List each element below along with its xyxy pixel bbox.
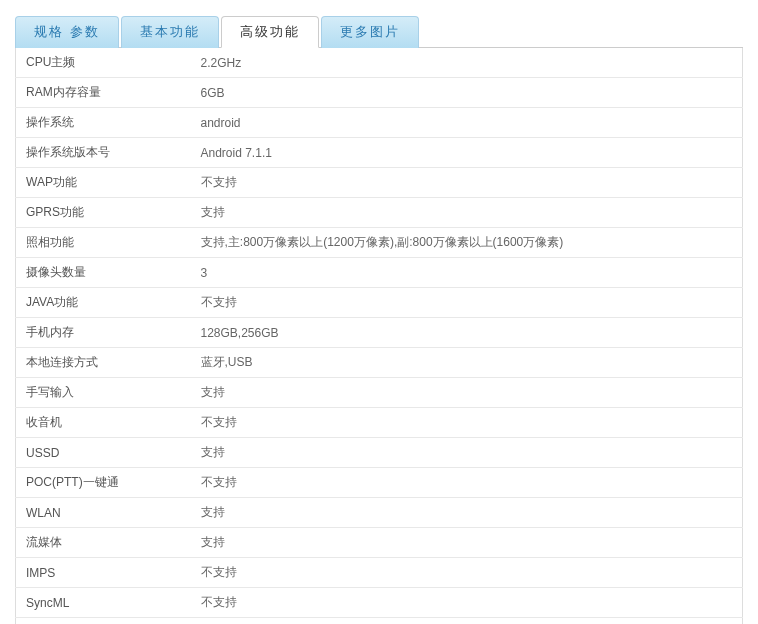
spec-label: 视频播放 [16,618,191,625]
tab-specifications[interactable]: 规格 参数 [15,16,119,48]
spec-label: SyncML [16,588,191,618]
table-row: WLAN支持 [16,498,743,528]
table-row: 手写输入支持 [16,378,743,408]
spec-value: 不支持 [191,408,743,438]
spec-value: 2.2GHz [191,48,743,78]
spec-label: 手写输入 [16,378,191,408]
spec-value: 不支持 [191,588,743,618]
table-row: POC(PTT)一键通不支持 [16,468,743,498]
spec-label: 照相功能 [16,228,191,258]
spec-label: 摄像头数量 [16,258,191,288]
table-row: 摄像头数量3 [16,258,743,288]
spec-label: WAP功能 [16,168,191,198]
spec-value: 不支持 [191,288,743,318]
spec-label: 操作系统 [16,108,191,138]
table-row: 流媒体支持 [16,528,743,558]
spec-value: 不支持 [191,168,743,198]
table-row: CPU主频2.2GHz [16,48,743,78]
spec-label: POC(PTT)一键通 [16,468,191,498]
table-row: JAVA功能不支持 [16,288,743,318]
spec-value: 6GB [191,78,743,108]
tab-more-images[interactable]: 更多图片 [321,16,419,48]
spec-value: 蓝牙,USB [191,348,743,378]
spec-value: 支持 [191,378,743,408]
spec-label: 手机内存 [16,318,191,348]
spec-value: 支持 [191,438,743,468]
table-row: 视频播放3GP,RM,MPEG-4,AVI [16,618,743,625]
spec-label: CPU主频 [16,48,191,78]
spec-value: 不支持 [191,558,743,588]
spec-value: 支持 [191,498,743,528]
spec-label: GPRS功能 [16,198,191,228]
spec-label: IMPS [16,558,191,588]
spec-value: 3 [191,258,743,288]
spec-value: 不支持 [191,468,743,498]
spec-value: android [191,108,743,138]
spec-value: 支持 [191,528,743,558]
spec-value: 支持,主:800万像素以上(1200万像素),副:800万像素以上(1600万像… [191,228,743,258]
spec-label: 操作系统版本号 [16,138,191,168]
table-row: GPRS功能支持 [16,198,743,228]
spec-label: WLAN [16,498,191,528]
table-row: 本地连接方式蓝牙,USB [16,348,743,378]
table-row: 收音机不支持 [16,408,743,438]
table-row: SyncML不支持 [16,588,743,618]
specifications-table: CPU主频2.2GHzRAM内存容量6GB操作系统android操作系统版本号A… [15,48,743,624]
spec-label: 流媒体 [16,528,191,558]
spec-label: JAVA功能 [16,288,191,318]
spec-value: 3GP,RM,MPEG-4,AVI [191,618,743,625]
table-row: 照相功能支持,主:800万像素以上(1200万像素),副:800万像素以上(16… [16,228,743,258]
spec-value: Android 7.1.1 [191,138,743,168]
tab-advanced-functions[interactable]: 高级功能 [221,16,319,48]
spec-value: 支持 [191,198,743,228]
table-row: RAM内存容量6GB [16,78,743,108]
table-row: 手机内存128GB,256GB [16,318,743,348]
spec-label: 本地连接方式 [16,348,191,378]
spec-label: 收音机 [16,408,191,438]
tab-basic-functions[interactable]: 基本功能 [121,16,219,48]
table-row: IMPS不支持 [16,558,743,588]
spec-value: 128GB,256GB [191,318,743,348]
spec-label: RAM内存容量 [16,78,191,108]
table-row: 操作系统版本号Android 7.1.1 [16,138,743,168]
spec-label: USSD [16,438,191,468]
table-row: WAP功能不支持 [16,168,743,198]
table-row: 操作系统android [16,108,743,138]
table-row: USSD支持 [16,438,743,468]
tab-bar: 规格 参数 基本功能 高级功能 更多图片 [15,15,743,48]
